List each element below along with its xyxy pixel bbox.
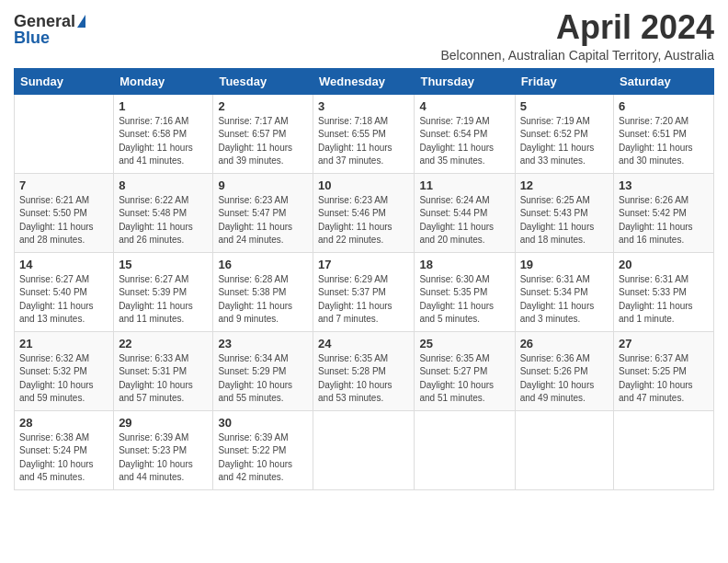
day-info: Sunrise: 6:35 AM Sunset: 5:28 PM Dayligh…: [318, 352, 409, 406]
calendar-cell: 9Sunrise: 6:23 AM Sunset: 5:47 PM Daylig…: [213, 173, 313, 252]
day-info: Sunrise: 6:36 AM Sunset: 5:26 PM Dayligh…: [520, 352, 609, 406]
day-info: Sunrise: 6:38 AM Sunset: 5:24 PM Dayligh…: [19, 431, 108, 485]
calendar-cell: [614, 410, 714, 489]
day-number: 24: [318, 337, 409, 350]
day-info: Sunrise: 6:27 AM Sunset: 5:39 PM Dayligh…: [119, 273, 208, 327]
weekday-header-tuesday: Tuesday: [213, 68, 313, 94]
day-info: Sunrise: 6:26 AM Sunset: 5:42 PM Dayligh…: [619, 194, 709, 247]
calendar-cell: [415, 410, 515, 489]
calendar-cell: 17Sunrise: 6:29 AM Sunset: 5:37 PM Dayli…: [313, 252, 415, 331]
calendar-cell: 14Sunrise: 6:27 AM Sunset: 5:40 PM Dayli…: [15, 252, 114, 331]
calendar-cell: 28Sunrise: 6:38 AM Sunset: 5:24 PM Dayli…: [15, 410, 114, 489]
calendar-cell: 29Sunrise: 6:39 AM Sunset: 5:23 PM Dayli…: [114, 410, 213, 489]
calendar-cell: 8Sunrise: 6:22 AM Sunset: 5:48 PM Daylig…: [114, 173, 213, 252]
day-info: Sunrise: 6:33 AM Sunset: 5:31 PM Dayligh…: [119, 352, 208, 406]
calendar-cell: 1Sunrise: 7:16 AM Sunset: 6:58 PM Daylig…: [114, 94, 213, 173]
calendar-cell: 10Sunrise: 6:23 AM Sunset: 5:46 PM Dayli…: [313, 173, 415, 252]
weekday-header-sunday: Sunday: [15, 68, 114, 94]
calendar-table: SundayMondayTuesdayWednesdayThursdayFrid…: [14, 68, 714, 490]
calendar-cell: 24Sunrise: 6:35 AM Sunset: 5:28 PM Dayli…: [313, 331, 415, 410]
day-number: 8: [119, 178, 208, 192]
day-info: Sunrise: 6:23 AM Sunset: 5:47 PM Dayligh…: [218, 194, 308, 247]
day-info: Sunrise: 7:18 AM Sunset: 6:55 PM Dayligh…: [318, 115, 409, 168]
calendar-cell: 21Sunrise: 6:32 AM Sunset: 5:32 PM Dayli…: [15, 331, 114, 410]
day-number: 10: [318, 178, 409, 192]
logo-blue-text: Blue: [14, 29, 50, 46]
week-row-5: 28Sunrise: 6:38 AM Sunset: 5:24 PM Dayli…: [15, 410, 714, 489]
day-info: Sunrise: 7:19 AM Sunset: 6:54 PM Dayligh…: [419, 115, 509, 168]
page-header: General Blue April 2024 Belconnen, Austr…: [14, 9, 714, 63]
calendar-cell: 2Sunrise: 7:17 AM Sunset: 6:57 PM Daylig…: [213, 94, 313, 173]
calendar-cell: [515, 410, 613, 489]
day-number: 14: [19, 258, 108, 271]
calendar-cell: 13Sunrise: 6:26 AM Sunset: 5:42 PM Dayli…: [614, 173, 714, 252]
day-info: Sunrise: 7:16 AM Sunset: 6:58 PM Dayligh…: [119, 115, 208, 168]
day-number: 13: [619, 178, 709, 192]
day-info: Sunrise: 6:23 AM Sunset: 5:46 PM Dayligh…: [318, 194, 409, 247]
day-info: Sunrise: 7:17 AM Sunset: 6:57 PM Dayligh…: [218, 115, 308, 168]
day-info: Sunrise: 6:27 AM Sunset: 5:40 PM Dayligh…: [19, 273, 108, 327]
day-number: 7: [19, 178, 108, 192]
calendar-cell: 19Sunrise: 6:31 AM Sunset: 5:34 PM Dayli…: [515, 252, 613, 331]
calendar-cell: [15, 94, 114, 173]
day-info: Sunrise: 6:28 AM Sunset: 5:38 PM Dayligh…: [218, 273, 308, 327]
weekday-header-saturday: Saturday: [614, 68, 714, 94]
day-number: 1: [119, 99, 208, 113]
weekday-header-thursday: Thursday: [415, 68, 515, 94]
calendar-cell: 7Sunrise: 6:21 AM Sunset: 5:50 PM Daylig…: [15, 173, 114, 252]
day-number: 20: [619, 258, 709, 271]
week-row-2: 7Sunrise: 6:21 AM Sunset: 5:50 PM Daylig…: [15, 173, 714, 252]
calendar-cell: 6Sunrise: 7:20 AM Sunset: 6:51 PM Daylig…: [614, 94, 714, 173]
calendar-cell: 16Sunrise: 6:28 AM Sunset: 5:38 PM Dayli…: [213, 252, 313, 331]
calendar-cell: 20Sunrise: 6:31 AM Sunset: 5:33 PM Dayli…: [614, 252, 714, 331]
day-number: 21: [19, 337, 108, 350]
day-info: Sunrise: 6:35 AM Sunset: 5:27 PM Dayligh…: [419, 352, 509, 406]
day-number: 26: [520, 337, 609, 350]
calendar-cell: 30Sunrise: 6:39 AM Sunset: 5:22 PM Dayli…: [213, 410, 313, 489]
calendar-cell: 12Sunrise: 6:25 AM Sunset: 5:43 PM Dayli…: [515, 173, 613, 252]
day-info: Sunrise: 6:34 AM Sunset: 5:29 PM Dayligh…: [218, 352, 308, 406]
day-number: 15: [119, 258, 208, 271]
calendar-cell: 15Sunrise: 6:27 AM Sunset: 5:39 PM Dayli…: [114, 252, 213, 331]
day-info: Sunrise: 6:24 AM Sunset: 5:44 PM Dayligh…: [419, 194, 509, 247]
day-info: Sunrise: 6:25 AM Sunset: 5:43 PM Dayligh…: [520, 194, 609, 247]
day-number: 4: [419, 99, 509, 113]
day-number: 6: [619, 99, 709, 113]
title-section: April 2024 Belconnen, Australian Capital…: [440, 9, 714, 63]
calendar-cell: 4Sunrise: 7:19 AM Sunset: 6:54 PM Daylig…: [415, 94, 515, 173]
day-number: 18: [419, 258, 509, 271]
calendar-cell: 18Sunrise: 6:30 AM Sunset: 5:35 PM Dayli…: [415, 252, 515, 331]
day-number: 23: [218, 337, 308, 350]
location-subtitle: Belconnen, Australian Capital Territory,…: [440, 48, 714, 63]
day-number: 16: [218, 258, 308, 271]
week-row-1: 1Sunrise: 7:16 AM Sunset: 6:58 PM Daylig…: [15, 94, 714, 173]
day-info: Sunrise: 6:32 AM Sunset: 5:32 PM Dayligh…: [19, 352, 108, 406]
day-number: 2: [218, 99, 308, 113]
day-info: Sunrise: 6:29 AM Sunset: 5:37 PM Dayligh…: [318, 273, 409, 327]
day-number: 29: [119, 416, 208, 430]
day-info: Sunrise: 6:21 AM Sunset: 5:50 PM Dayligh…: [19, 194, 108, 247]
day-number: 9: [218, 178, 308, 192]
day-number: 30: [218, 416, 308, 430]
week-row-4: 21Sunrise: 6:32 AM Sunset: 5:32 PM Dayli…: [15, 331, 714, 410]
day-info: Sunrise: 7:20 AM Sunset: 6:51 PM Dayligh…: [619, 115, 709, 168]
day-info: Sunrise: 6:37 AM Sunset: 5:25 PM Dayligh…: [619, 352, 709, 406]
calendar-cell: 11Sunrise: 6:24 AM Sunset: 5:44 PM Dayli…: [415, 173, 515, 252]
calendar-cell: 3Sunrise: 7:18 AM Sunset: 6:55 PM Daylig…: [313, 94, 415, 173]
day-number: 17: [318, 258, 409, 271]
calendar-cell: [313, 410, 415, 489]
weekday-header-friday: Friday: [515, 68, 613, 94]
calendar-cell: 23Sunrise: 6:34 AM Sunset: 5:29 PM Dayli…: [213, 331, 313, 410]
day-number: 25: [419, 337, 509, 350]
day-info: Sunrise: 6:39 AM Sunset: 5:22 PM Dayligh…: [218, 431, 308, 485]
calendar-cell: 22Sunrise: 6:33 AM Sunset: 5:31 PM Dayli…: [114, 331, 213, 410]
day-info: Sunrise: 6:39 AM Sunset: 5:23 PM Dayligh…: [119, 431, 208, 485]
logo: General Blue: [14, 13, 85, 46]
day-number: 27: [619, 337, 709, 350]
day-number: 5: [520, 99, 609, 113]
weekday-header-monday: Monday: [114, 68, 213, 94]
calendar-cell: 26Sunrise: 6:36 AM Sunset: 5:26 PM Dayli…: [515, 331, 613, 410]
day-number: 12: [520, 178, 609, 192]
day-number: 28: [19, 416, 108, 430]
day-number: 22: [119, 337, 208, 350]
